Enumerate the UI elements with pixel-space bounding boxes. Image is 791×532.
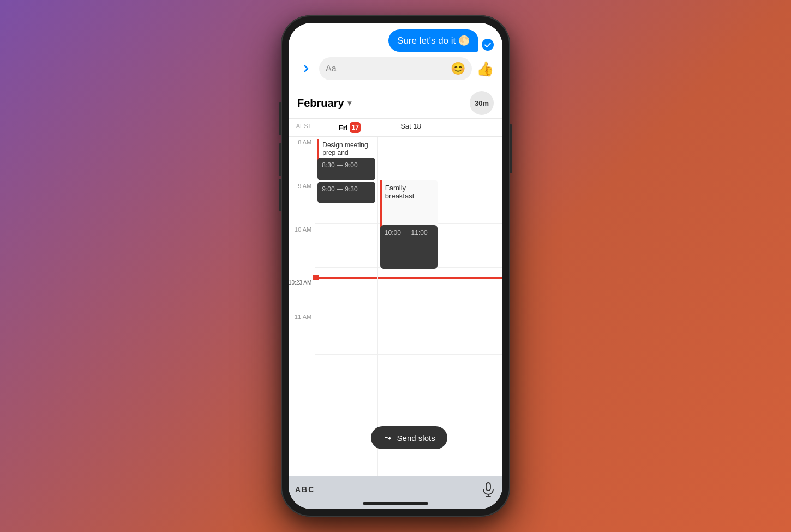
chat-bubble-row: Sure let's do it 🌕 <box>297 29 494 52</box>
event-900-time: 9:00 — 9:30 <box>322 185 357 193</box>
time-8am: 8 AM <box>289 137 315 180</box>
timer-badge: 30m <box>470 91 494 115</box>
day-header-fri: Fri 17 <box>319 121 380 134</box>
month-label: February <box>297 97 344 110</box>
calendar-area: February ▾ 30m AEST Fri 17 Sat 18 <box>289 87 502 476</box>
input-placeholder: Aa <box>326 64 446 74</box>
message-text-input[interactable]: Aa 😊 <box>319 57 472 80</box>
messenger-section: Sure let's do it 🌕 Aa 😊 <box>289 23 502 87</box>
saturday-column: Family breakfast 10:00 — 11:00 <box>378 137 441 476</box>
third-column <box>440 137 502 476</box>
friday-column: Design meeting prep and decisions 8:30 —… <box>315 137 378 476</box>
today-number-badge: 17 <box>350 122 361 133</box>
day-header-empty <box>441 121 502 134</box>
send-slots-button[interactable]: Send slots <box>371 426 447 449</box>
event-1000-time: 10:00 — 11:00 <box>385 229 428 237</box>
event-830-900[interactable]: 8:30 — 9:00 <box>317 158 375 180</box>
expand-button[interactable] <box>297 60 315 77</box>
home-indicator <box>363 502 428 505</box>
day-fri-label: Fri <box>339 124 348 132</box>
like-button[interactable]: 👍 <box>476 61 494 77</box>
time-column: 8 AM 9 AM 10 AM 10:23 AM 11 AM <box>289 137 315 476</box>
day-columns-wrapper: Design meeting prep and decisions 8:30 —… <box>315 137 502 476</box>
send-slots-icon <box>383 433 393 443</box>
current-time-indicator <box>315 277 377 279</box>
message-check-icon <box>482 39 494 51</box>
microphone-icon[interactable] <box>481 482 496 497</box>
svg-rect-0 <box>486 483 490 491</box>
calendar-header: February ▾ 30m <box>289 87 502 119</box>
day-header-sat: Sat 18 <box>380 121 441 134</box>
calendar-grid-container: 8 AM 9 AM 10 AM 10:23 AM 11 AM <box>289 137 502 476</box>
time-current: 10:23 AM <box>289 268 315 311</box>
message-input-row: Aa 😊 👍 <box>297 57 494 80</box>
month-selector[interactable]: February ▾ <box>297 97 351 110</box>
emoji-button[interactable]: 😊 <box>451 62 465 76</box>
day-sat-label: Sat 18 <box>400 122 421 130</box>
family-breakfast-title: Family breakfast <box>385 184 414 200</box>
chevron-down-icon: ▾ <box>347 99 351 107</box>
phone-screen: Sure let's do it 🌕 Aa 😊 <box>289 23 502 509</box>
timezone-label: AEST <box>289 121 319 134</box>
event-1000-1100[interactable]: 10:00 — 11:00 <box>380 225 438 269</box>
keyboard-abc-label: ABC <box>295 485 315 494</box>
time-9am: 9 AM <box>289 180 315 224</box>
event-900-930[interactable]: 9:00 — 9:30 <box>317 182 375 203</box>
phone-wrapper: Sure let's do it 🌕 Aa 😊 <box>281 15 510 517</box>
sent-bubble: Sure let's do it 🌕 <box>388 29 478 52</box>
event-830-time: 8:30 — 9:00 <box>322 161 357 169</box>
current-time-line-third <box>440 277 502 279</box>
day-headers-row: AEST Fri 17 Sat 18 <box>289 119 502 137</box>
time-11am: 11 AM <box>289 311 315 355</box>
send-slots-label: Send slots <box>397 433 435 443</box>
time-10am: 10 AM <box>289 224 315 268</box>
current-time-line-sat <box>378 277 440 279</box>
